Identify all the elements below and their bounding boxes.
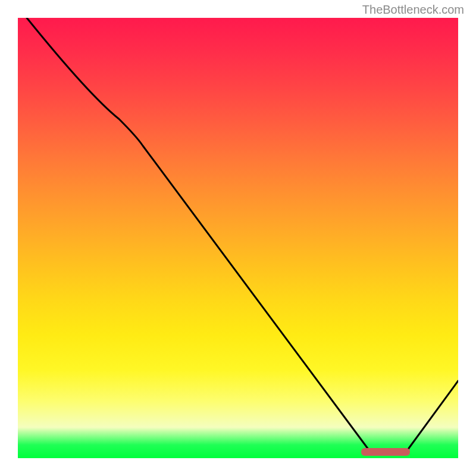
bottleneck-curve (18, 18, 458, 458)
chart-container (18, 18, 458, 458)
watermark-text: TheBottleneck.com (362, 3, 464, 17)
optimal-marker (361, 448, 409, 456)
